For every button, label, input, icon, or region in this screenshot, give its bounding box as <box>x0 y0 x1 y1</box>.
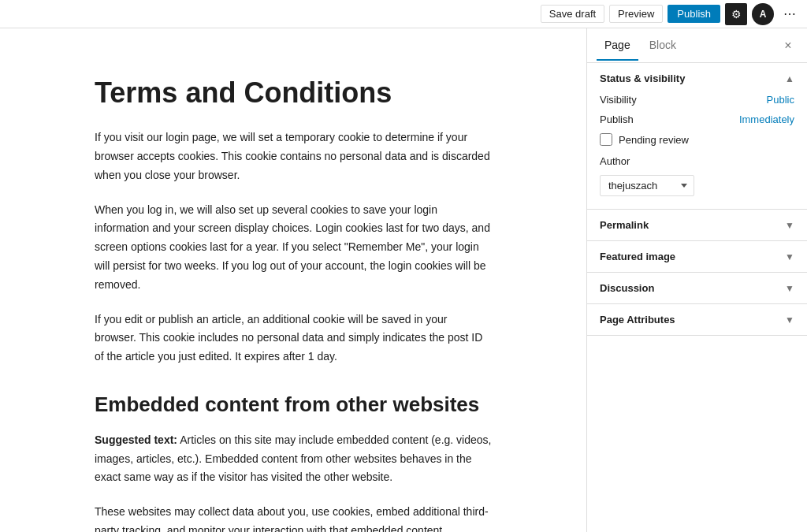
visibility-value[interactable]: Public <box>767 94 794 106</box>
page-title: Terms and Conditions <box>95 76 492 110</box>
preview-button[interactable]: Preview <box>609 5 663 23</box>
status-visibility-heading: Status & visibility <box>600 73 685 84</box>
featured-image-heading: Featured image <box>600 251 675 262</box>
permalink-heading: Permalink <box>600 219 649 231</box>
tab-block[interactable]: Block <box>642 31 684 61</box>
pending-review-label[interactable]: Pending review <box>619 134 689 146</box>
toolbar: Save draft Preview Publish ⚙ A ⋯ <box>0 0 807 28</box>
settings-button[interactable]: ⚙ <box>725 3 747 25</box>
discussion-header[interactable]: Discussion ▼ <box>587 273 807 303</box>
chevron-down-icon-discussion: ▼ <box>785 283 794 294</box>
page-attributes-section: Page Attributes ▼ <box>587 304 807 336</box>
author-select-container: thejuszach <box>600 175 794 196</box>
section-0-para-0: Suggested text: Articles on this site ma… <box>95 431 492 487</box>
author-label: Author <box>600 155 630 167</box>
suggested-text-label-0: Suggested text: <box>95 433 177 446</box>
featured-image-section: Featured image ▼ <box>587 241 807 273</box>
author-row: Author <box>600 155 794 167</box>
status-visibility-section: Status & visibility ▲ Visibility Public … <box>587 63 807 210</box>
paragraph-2: When you log in, we will also set up sev… <box>95 201 492 295</box>
pending-review-row: Pending review <box>600 133 794 146</box>
pending-review-checkbox[interactable] <box>600 133 612 146</box>
right-panel: Page Block × Status & visibility ▲ Visib… <box>586 28 807 532</box>
status-visibility-body: Visibility Public Publish Immediately Pe… <box>587 94 807 209</box>
tab-page[interactable]: Page <box>597 31 638 61</box>
discussion-section: Discussion ▼ <box>587 273 807 304</box>
panel-close-button[interactable]: × <box>779 36 798 55</box>
save-draft-button[interactable]: Save draft <box>541 5 604 23</box>
permalink-header[interactable]: Permalink ▼ <box>587 210 807 240</box>
status-visibility-header[interactable]: Status & visibility ▲ <box>587 63 807 94</box>
main-content: Terms and Conditions If you visit our lo… <box>0 28 586 532</box>
paragraph-3: If you edit or publish an article, an ad… <box>95 311 492 366</box>
page-attributes-header[interactable]: Page Attributes ▼ <box>587 304 807 335</box>
featured-image-header[interactable]: Featured image ▼ <box>587 241 807 272</box>
author-select[interactable]: thejuszach <box>600 175 694 196</box>
chevron-down-icon-permalink: ▼ <box>785 220 794 231</box>
visibility-row: Visibility Public <box>600 94 794 106</box>
chevron-down-icon-featured: ▼ <box>785 251 794 262</box>
chevron-up-icon: ▲ <box>785 73 794 84</box>
panel-tabs: Page Block × <box>587 28 807 63</box>
publish-row: Publish Immediately <box>600 113 794 125</box>
discussion-heading: Discussion <box>600 282 654 294</box>
permalink-section: Permalink ▼ <box>587 210 807 241</box>
visibility-label: Visibility <box>600 94 637 106</box>
gear-icon: ⚙ <box>731 8 742 20</box>
publish-label: Publish <box>600 113 634 125</box>
more-options-button[interactable]: ⋯ <box>779 3 801 25</box>
page-attributes-heading: Page Attributes <box>600 314 675 326</box>
more-icon: ⋯ <box>783 6 796 21</box>
layout: Terms and Conditions If you visit our lo… <box>0 28 807 532</box>
chevron-down-icon-attributes: ▼ <box>785 314 794 326</box>
publish-button[interactable]: Publish <box>668 5 720 23</box>
avatar[interactable]: A <box>752 3 774 25</box>
section-heading-0: Embedded content from other websites <box>95 392 492 419</box>
paragraph-1: If you visit our login page, we will set… <box>95 128 492 184</box>
publish-value[interactable]: Immediately <box>739 113 794 125</box>
section-0-para-1: These websites may collect data about yo… <box>95 503 492 532</box>
